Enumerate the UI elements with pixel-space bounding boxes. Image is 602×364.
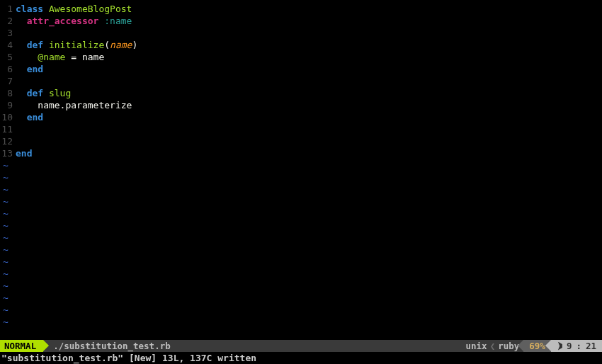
file-format: unix <box>466 340 487 352</box>
code-content[interactable]: def slug <box>16 87 602 99</box>
code-content[interactable]: @name = name <box>16 51 602 63</box>
code-line[interactable]: 2 attr_accessor :name <box>0 15 602 27</box>
empty-line: ~ <box>0 244 602 256</box>
line-number: 13 <box>0 147 16 159</box>
empty-line: ~ <box>0 207 602 220</box>
vim-editor: 1class AwesomeBlogPost2 attr_accessor :n… <box>0 0 602 364</box>
tilde-marker: ~ <box>0 292 8 304</box>
line-number: 9 <box>0 99 16 111</box>
code-line[interactable]: 6 end <box>0 63 602 75</box>
code-line[interactable]: 3 <box>0 27 602 39</box>
code-content[interactable]: end <box>16 111 602 123</box>
empty-line: ~ <box>0 268 602 280</box>
line-icon <box>558 342 562 351</box>
line-number: 11 <box>0 123 16 135</box>
code-content[interactable] <box>16 135 602 147</box>
line-number: 1 <box>0 3 16 15</box>
empty-line: ~ <box>0 183 602 195</box>
code-content[interactable] <box>16 75 602 87</box>
tilde-marker: ~ <box>0 244 8 256</box>
command-space <box>123 352 129 364</box>
mode-text: NORMAL <box>4 340 36 352</box>
code-content[interactable]: end <box>16 147 602 159</box>
empty-line: ~ <box>0 220 602 232</box>
line-number: 6 <box>0 63 16 75</box>
command-message: [New] 13L, 137C written <box>129 352 256 364</box>
tilde-marker: ~ <box>0 316 8 328</box>
file-path-segment: ./substitution_test.rb <box>43 340 178 352</box>
cursor-line: 9 <box>567 340 572 352</box>
code-content[interactable]: name.parameterize <box>16 99 602 111</box>
line-number: 7 <box>0 75 16 87</box>
status-spacer <box>178 340 462 352</box>
tilde-marker: ~ <box>0 280 8 292</box>
code-line[interactable]: 10 end <box>0 111 602 123</box>
line-number: 3 <box>0 27 16 39</box>
status-bar: NORMAL ./substitution_test.rb unix ❮ rub… <box>0 340 602 352</box>
file-path: ./substitution_test.rb <box>53 340 171 352</box>
command-filename: "substitution_test.rb" <box>1 352 123 364</box>
code-line[interactable]: 4 def initialize(name) <box>0 39 602 51</box>
percent-text: 69% <box>529 340 545 352</box>
empty-line: ~ <box>0 171 602 183</box>
code-content[interactable]: end <box>16 63 602 75</box>
empty-line: ~ <box>0 195 602 207</box>
code-line[interactable]: 9 name.parameterize <box>0 99 602 111</box>
code-content[interactable] <box>16 123 602 135</box>
empty-line: ~ <box>0 256 602 268</box>
tilde-marker: ~ <box>0 183 8 195</box>
code-line[interactable]: 13end <box>0 147 602 159</box>
cursor-col: 21 <box>586 340 596 352</box>
tilde-marker: ~ <box>0 220 8 232</box>
empty-line: ~ <box>0 316 602 328</box>
empty-line: ~ <box>0 159 602 171</box>
position-colon: : <box>576 340 581 352</box>
code-area[interactable]: 1class AwesomeBlogPost2 attr_accessor :n… <box>0 0 602 340</box>
empty-line: ~ <box>0 292 602 304</box>
tilde-marker: ~ <box>0 159 8 171</box>
empty-line: ~ <box>0 232 602 244</box>
code-content[interactable]: class AwesomeBlogPost <box>16 3 602 15</box>
tilde-marker: ~ <box>0 268 8 280</box>
tilde-marker: ~ <box>0 256 8 268</box>
tilde-marker: ~ <box>0 195 8 207</box>
separator-icon: ❮ <box>487 340 499 352</box>
command-line[interactable]: "substitution_test.rb" [New] 13L, 137C w… <box>0 352 602 364</box>
line-number: 5 <box>0 51 16 63</box>
line-number: 2 <box>0 15 16 27</box>
code-content[interactable] <box>16 27 602 39</box>
line-number: 8 <box>0 87 16 99</box>
empty-line: ~ <box>0 304 602 316</box>
line-number: 4 <box>0 39 16 51</box>
code-line[interactable]: 1class AwesomeBlogPost <box>0 3 602 15</box>
line-number: 12 <box>0 135 16 147</box>
code-content[interactable]: attr_accessor :name <box>16 15 602 27</box>
code-line[interactable]: 7 <box>0 75 602 87</box>
tilde-marker: ~ <box>0 304 8 316</box>
tilde-marker: ~ <box>0 207 8 220</box>
file-type: ruby <box>498 340 519 352</box>
position-segment: 9 : 21 <box>551 340 602 352</box>
code-line[interactable]: 8 def slug <box>0 87 602 99</box>
file-info-segment: unix ❮ ruby <box>462 340 524 352</box>
line-number: 10 <box>0 111 16 123</box>
mode-indicator: NORMAL <box>0 340 43 352</box>
code-line[interactable]: 11 <box>0 123 602 135</box>
tilde-marker: ~ <box>0 171 8 183</box>
tilde-marker: ~ <box>0 232 8 244</box>
empty-line: ~ <box>0 280 602 292</box>
code-content[interactable]: def initialize(name) <box>16 39 602 51</box>
code-line[interactable]: 5 @name = name <box>0 51 602 63</box>
code-line[interactable]: 12 <box>0 135 602 147</box>
